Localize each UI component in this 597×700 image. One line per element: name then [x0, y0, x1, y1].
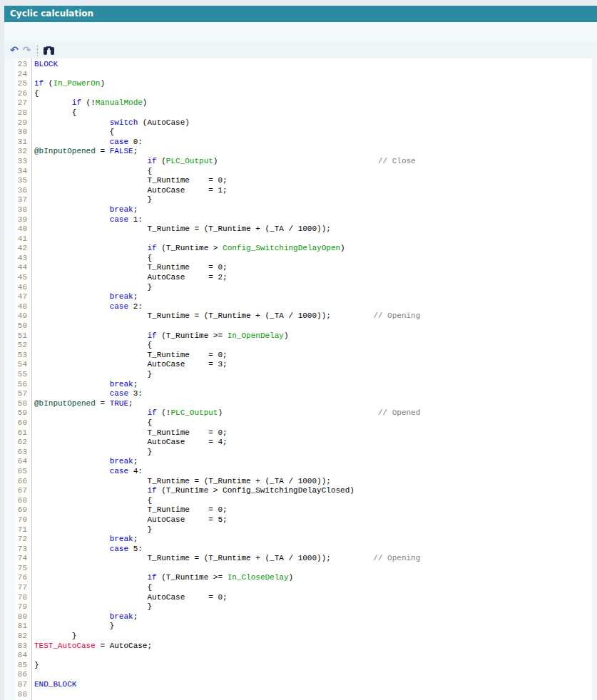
line-number: 64: [4, 457, 30, 467]
code-text: {: [30, 418, 152, 427]
search-binoculars-icon[interactable]: [41, 46, 56, 55]
code-line: 53 T_Runtime = 0;: [4, 351, 592, 361]
code-line: 61 T_Runtime = 0;: [4, 428, 592, 438]
code-line: 47 break;: [4, 292, 592, 302]
code-text: [30, 690, 34, 699]
code-text: if (!PLC_Output) // Opened: [30, 408, 420, 417]
code-text: }: [30, 661, 39, 669]
code-text: break;: [30, 612, 138, 621]
code-line: 79 }: [4, 602, 592, 612]
redo-icon[interactable]: ↷: [21, 45, 34, 55]
code-line: 84: [4, 651, 592, 661]
code-text: T_Runtime = 0;: [30, 351, 228, 359]
code-text: TEST_AutoCase = AutoCase;: [30, 642, 152, 650]
code-line: 60 {: [4, 418, 592, 428]
code-line: 76 if (T_Runtime >= In_CloseDelay): [4, 573, 592, 583]
line-number: 26: [4, 89, 30, 99]
code-line: 80 break;: [4, 612, 592, 622]
code-text: BLOCK: [30, 60, 58, 68]
code-line: 42 if (T_Runtime > Config_SwitchingDelay…: [4, 244, 592, 254]
code-line: 24: [4, 70, 592, 80]
line-number: 23: [4, 60, 30, 70]
line-number: 80: [4, 612, 30, 622]
code-text: break;: [30, 292, 138, 301]
code-text: [30, 321, 34, 330]
code-text: }: [30, 622, 114, 630]
code-text: if (T_Runtime >= In_OpenDelay): [30, 331, 289, 340]
line-number: 76: [4, 573, 30, 583]
code-line: 69 T_Runtime = 0;: [4, 505, 592, 515]
code-text: [30, 235, 34, 243]
code-text: break;: [30, 205, 138, 214]
code-text: AutoCase = 5;: [30, 515, 228, 524]
code-text: break;: [30, 380, 138, 388]
line-number: 63: [4, 448, 30, 458]
code-line: 63 }: [4, 448, 592, 458]
code-line: 77 {: [4, 583, 592, 593]
line-number: 48: [4, 302, 30, 312]
line-number: 86: [4, 670, 30, 680]
line-number: 24: [4, 70, 30, 80]
line-number: 69: [4, 505, 30, 515]
code-line: 40 T_Runtime = (T_Runtime + (_TA / 1000)…: [4, 225, 592, 235]
line-number: 66: [4, 477, 30, 487]
code-text: if (In_PowerOn): [30, 79, 105, 88]
line-number: 45: [4, 273, 30, 283]
code-line: 41: [4, 235, 592, 245]
code-text: if (T_Runtime >= In_CloseDelay): [30, 573, 293, 582]
code-text: {: [30, 108, 76, 117]
code-line: 87END_BLOCK: [4, 680, 592, 690]
undo-icon[interactable]: ↶: [8, 45, 21, 55]
code-text: T_Runtime = 0;: [30, 505, 228, 514]
code-line: 68 {: [4, 496, 592, 506]
code-line: 38 break;: [4, 205, 592, 215]
code-line: 62 AutoCase = 4;: [4, 438, 592, 448]
code-text: {: [30, 128, 114, 136]
line-number: 33: [4, 157, 30, 167]
line-number: 38: [4, 205, 30, 215]
code-text: T_Runtime = 0;: [30, 428, 228, 437]
line-number: 71: [4, 525, 30, 535]
code-line: 81 }: [4, 622, 592, 632]
line-number: 27: [4, 98, 30, 108]
line-number: 74: [4, 554, 30, 564]
code-text: }: [30, 602, 152, 611]
code-line: 35 T_Runtime = 0;: [4, 176, 592, 186]
header-spacer: [4, 22, 597, 42]
code-text: [30, 670, 34, 679]
line-number: 78: [4, 593, 30, 603]
code-line: 25if (In_PowerOn): [4, 79, 592, 89]
line-number: 54: [4, 360, 30, 370]
code-line: 49 T_Runtime = (T_Runtime + (_TA / 1000)…: [4, 312, 592, 321]
code-text: case 3:: [30, 389, 143, 398]
code-line: 48 case 2:: [4, 302, 592, 312]
editor-toolbar: ↶ ↷: [4, 42, 597, 58]
line-number: 25: [4, 79, 30, 89]
line-number: 29: [4, 118, 30, 128]
code-line: 67 if (T_Runtime > Config_SwitchingDelay…: [4, 486, 592, 496]
code-text: T_Runtime = (T_Runtime + (_TA / 1000)); …: [30, 312, 420, 320]
code-text: T_Runtime = 0;: [30, 263, 228, 272]
toolbar-separator: [37, 45, 38, 56]
code-text: [30, 564, 34, 572]
line-number: 49: [4, 312, 30, 321]
code-line: 57 case 3:: [4, 389, 592, 399]
code-text: @bInputOpened = FALSE;: [30, 147, 138, 155]
line-number: 41: [4, 235, 30, 245]
code-line: 72 break;: [4, 535, 592, 545]
code-text: {: [30, 89, 39, 98]
line-number: 55: [4, 370, 30, 380]
code-line: 51 if (T_Runtime >= In_OpenDelay): [4, 331, 592, 341]
code-line: 66 T_Runtime = (T_Runtime + (_TA / 1000)…: [4, 477, 592, 487]
code-text: END_BLOCK: [30, 680, 76, 689]
code-line: 85}: [4, 661, 592, 671]
code-line: 83TEST_AutoCase = AutoCase;: [4, 642, 592, 652]
code-line: 82 }: [4, 632, 592, 642]
code-line: 64 break;: [4, 457, 592, 467]
code-text: AutoCase = 2;: [30, 273, 228, 282]
code-line: 39 case 1:: [4, 215, 592, 225]
line-number: 81: [4, 622, 30, 632]
code-editor[interactable]: 23BLOCK2425if (In_PowerOn)26{27 if (!Man…: [4, 58, 592, 700]
line-number: 77: [4, 583, 30, 593]
code-line: 55 }: [4, 370, 592, 380]
